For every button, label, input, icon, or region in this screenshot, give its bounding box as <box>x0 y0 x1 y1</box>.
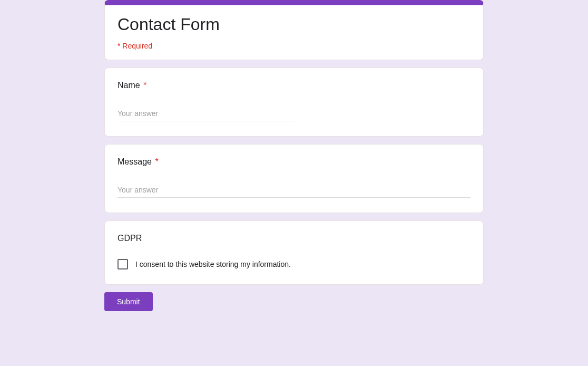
name-label: Name * <box>117 81 471 90</box>
message-card: Message * <box>104 144 484 213</box>
gdpr-checkbox[interactable] <box>117 259 128 269</box>
name-label-text: Name <box>117 81 140 90</box>
message-label-text: Message <box>117 157 152 166</box>
gdpr-option-row[interactable]: I consent to this website storing my inf… <box>117 259 471 269</box>
name-input[interactable] <box>117 106 294 121</box>
form-container: Contact Form * Required Name * Message *… <box>104 0 484 311</box>
submit-button[interactable]: Submit <box>104 292 153 311</box>
gdpr-label: GDPR <box>117 234 471 243</box>
form-title: Contact Form <box>117 15 471 34</box>
required-asterisk-icon: * <box>155 157 158 166</box>
name-card: Name * <box>104 68 484 137</box>
gdpr-card: GDPR I consent to this website storing m… <box>104 220 484 285</box>
required-asterisk-icon: * <box>143 81 146 90</box>
gdpr-option-label: I consent to this website storing my inf… <box>135 260 291 268</box>
required-indicator: * Required <box>117 42 471 50</box>
message-label: Message * <box>117 157 471 167</box>
header-card: Contact Form * Required <box>104 0 484 60</box>
message-input[interactable] <box>117 182 471 198</box>
